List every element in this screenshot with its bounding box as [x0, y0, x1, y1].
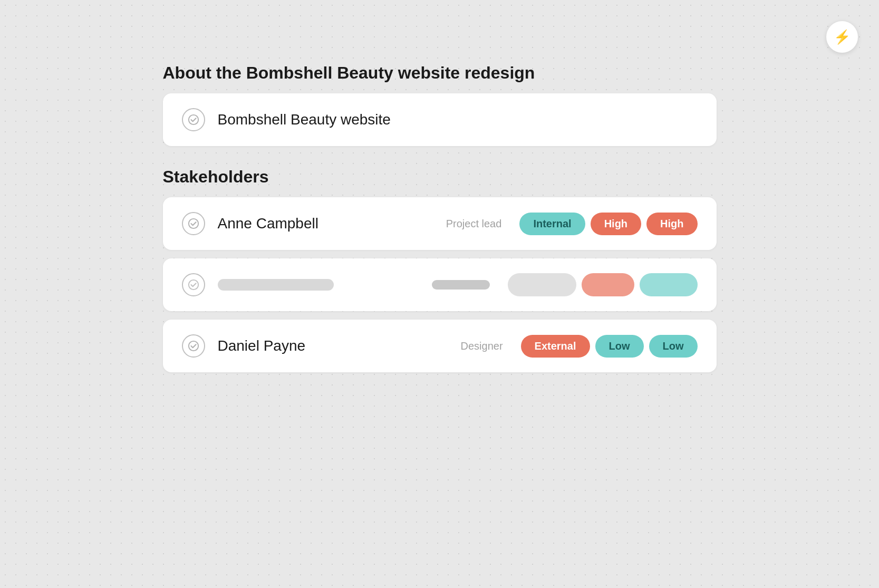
about-check-icon: [182, 108, 205, 131]
daniel-name: Daniel Payne: [218, 338, 461, 354]
checkmark-svg-daniel: [188, 340, 199, 352]
daniel-badge-low-2[interactable]: Low: [649, 335, 698, 358]
stakeholders-title: Stakeholders: [163, 167, 717, 187]
skeleton-badge-neutral: [508, 273, 576, 296]
stakeholder-row-daniel: Daniel Payne Designer External Low Low: [163, 320, 717, 372]
lightning-button[interactable]: ⚡: [826, 21, 858, 53]
checkmark-svg-skeleton: [188, 279, 199, 291]
about-section-title: About the Bombshell Beauty website redes…: [163, 63, 717, 83]
daniel-badge-low-1[interactable]: Low: [595, 335, 644, 358]
skeleton-name-bar: [218, 279, 334, 291]
anne-name: Anne Campbell: [218, 215, 446, 232]
anne-badge-high-1[interactable]: High: [591, 213, 641, 235]
skeleton-badge-orange: [582, 273, 634, 296]
stakeholders-section: Stakeholders Anne Campbell Project lead …: [163, 167, 717, 372]
main-content: About the Bombshell Beauty website redes…: [163, 63, 717, 381]
skeleton-check-icon: [182, 273, 205, 296]
checkmark-svg: [188, 114, 199, 126]
svg-point-0: [188, 115, 198, 124]
checkmark-svg-anne: [188, 218, 199, 229]
svg-point-1: [188, 219, 198, 228]
daniel-badge-external[interactable]: External: [521, 335, 590, 358]
anne-check-icon: [182, 212, 205, 235]
svg-point-2: [188, 280, 198, 290]
svg-point-3: [188, 341, 198, 351]
lightning-icon: ⚡: [834, 29, 851, 45]
stakeholder-row-anne: Anne Campbell Project lead Internal High…: [163, 197, 717, 250]
daniel-check-icon: [182, 334, 205, 358]
daniel-role: Designer: [461, 340, 503, 352]
about-card: Bombshell Beauty website: [163, 93, 717, 146]
skeleton-badge-teal: [640, 273, 698, 296]
about-item-name: Bombshell Beauty website: [218, 111, 698, 128]
anne-role: Project lead: [446, 218, 502, 230]
about-section: About the Bombshell Beauty website redes…: [163, 63, 717, 146]
anne-badge-high-2[interactable]: High: [646, 213, 697, 235]
stakeholder-row-skeleton: [163, 258, 717, 311]
anne-badge-internal[interactable]: Internal: [519, 213, 585, 235]
skeleton-role-bar: [432, 280, 490, 290]
